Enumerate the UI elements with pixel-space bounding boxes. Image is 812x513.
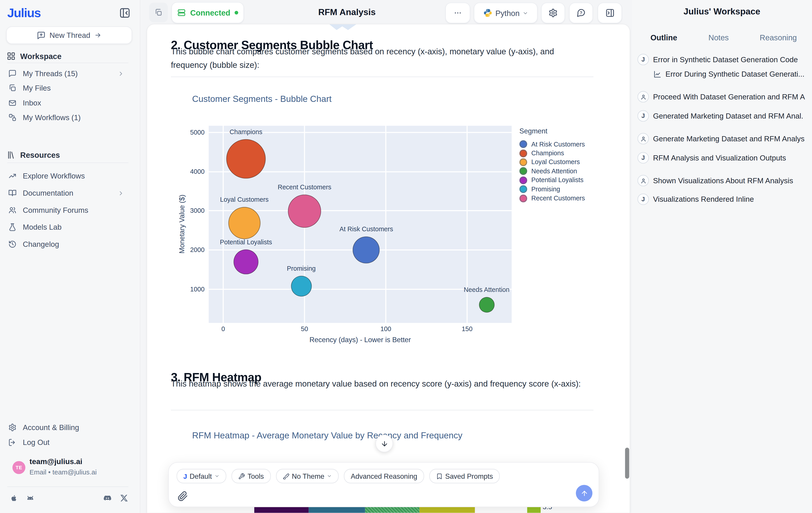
legend-entry-needs-attention[interactable]: Needs Attention	[519, 167, 585, 176]
workspace-subitem[interactable]: Error During Synthetic Dataset Generati.…	[637, 68, 812, 80]
bubble-label: Recent Customers	[278, 184, 331, 191]
workspace-item[interactable]: Generate Marketing Dataset and RFM Analy…	[637, 133, 812, 145]
paperclip-icon[interactable]	[178, 491, 188, 502]
workspace-item[interactable]: JVisualizations Rendered Inline	[637, 193, 812, 205]
bubble-label: Champions	[230, 128, 262, 135]
sidebar-item-my-threads-15[interactable]: My Threads (15)	[8, 67, 130, 80]
sidebar-item-changelog[interactable]: Changelog	[8, 238, 130, 251]
new-thread-button[interactable]: New Thread	[6, 26, 132, 44]
scroll-to-bottom-button[interactable]	[376, 435, 393, 452]
settings-button[interactable]	[541, 2, 565, 23]
sidebar-section-resources: Resources	[7, 149, 60, 160]
copy-thread-button[interactable]	[149, 2, 168, 22]
section-desc-heatmap: This heatmap shows the average monetary …	[171, 377, 585, 391]
workspace-item[interactable]: Shown Visualizations About RFM Analysis	[637, 175, 812, 186]
divider	[7, 63, 128, 63]
gear-icon	[8, 423, 17, 432]
chevron-right-icon	[117, 70, 124, 77]
composer-pill-default[interactable]: JDefault	[177, 469, 226, 483]
copy-icon	[154, 8, 163, 17]
sidebar-item-my-workflows-1[interactable]: My Workflows (1)	[8, 111, 130, 124]
composer-pill-advanced-reasoning[interactable]: Advanced Reasoning	[344, 469, 424, 483]
panel-left-collapse-icon[interactable]	[119, 7, 130, 19]
arrow-right-icon	[94, 32, 102, 39]
new-thread-label: New Thread	[50, 31, 90, 39]
tab-notes[interactable]: Notes	[708, 33, 729, 42]
panel-right-toggle-button[interactable]	[598, 2, 622, 23]
arrow-up-icon	[580, 489, 588, 497]
julius-j-icon: J	[183, 472, 187, 480]
legend-title: Segment	[519, 127, 585, 135]
divider	[171, 410, 593, 410]
legend-marker	[519, 141, 527, 148]
status-dot	[234, 11, 238, 14]
trend-icon	[8, 172, 17, 180]
composer-pill-tools[interactable]: Tools	[231, 469, 270, 483]
grid-icon	[7, 51, 16, 60]
legend-entry-promising[interactable]: Promising	[519, 185, 585, 194]
copy-icon	[8, 84, 17, 92]
wrench-icon	[238, 473, 245, 479]
workspace-item[interactable]: JGenerated Marketing Dataset and RFM Ana…	[637, 110, 812, 122]
composer-options: JDefaultToolsNo ThemeAdvanced ReasoningS…	[177, 469, 500, 483]
chevron-down-icon	[214, 474, 220, 479]
composer-pill-saved-prompts[interactable]: Saved Prompts	[429, 469, 500, 483]
workspace-panel: Julius' Workspace OutlineNotesReasoning …	[632, 0, 812, 513]
sidebar-item-models-lab[interactable]: Models Lab	[8, 220, 130, 234]
composer-pill-no-theme[interactable]: No Theme	[276, 469, 339, 483]
user-avatar	[637, 175, 649, 186]
x-tick-label: 0	[222, 326, 225, 333]
legend-marker	[519, 176, 527, 184]
apple-icon[interactable]	[9, 493, 18, 503]
bubble-label: Promising	[287, 265, 316, 272]
help-button[interactable]: ?	[569, 2, 593, 23]
bubble-promising	[291, 276, 312, 296]
ellipsis-icon	[454, 9, 462, 17]
heatmap-title: RFM Heatmap - Average Monetary Value by …	[192, 430, 462, 441]
workspace-item[interactable]: JError in Synthetic Dataset Generation C…	[637, 54, 812, 65]
legend-entry-at-risk-customers[interactable]: At Risk Customers	[519, 140, 585, 149]
bubble-at-risk-customers	[353, 236, 380, 263]
legend-entry-champions[interactable]: Champions	[519, 149, 585, 158]
sidebar-item-documentation[interactable]: Documentation	[8, 186, 130, 200]
legend-entry-potential-loyalists[interactable]: Potential Loyalists	[519, 176, 585, 185]
legend-marker	[519, 185, 527, 193]
chevron-down-icon	[523, 10, 528, 16]
bubble-label: At Risk Customers	[340, 225, 393, 233]
chat-icon	[8, 69, 17, 78]
legend-marker	[519, 194, 527, 202]
sidebar-item-community-forums[interactable]: Community Forums	[8, 203, 130, 217]
profile[interactable]: TE team@julius.ai Email • team@julius.ai	[8, 457, 132, 479]
notebook-content: 2. Customer Segments Bubble Chart This b…	[147, 24, 630, 513]
discord-icon[interactable]	[103, 493, 112, 503]
y-tick-label: 1000	[184, 285, 205, 293]
chat-composer[interactable]: JDefaultToolsNo ThemeAdvanced ReasoningS…	[168, 462, 599, 507]
y-tick-label: 4000	[184, 168, 205, 175]
legend-entry-recent-customers[interactable]: Recent Customers	[519, 193, 585, 203]
legend-entry-loyal-customers[interactable]: Loyal Customers	[519, 158, 585, 167]
sidebar-item-explore-workflows[interactable]: Explore Workflows	[8, 169, 130, 183]
send-button[interactable]	[576, 485, 592, 501]
workspace-item[interactable]: Proceed With Dataset Generation and RFM …	[637, 91, 812, 102]
kernel-select[interactable]: Python	[474, 2, 538, 23]
chevron-right-icon	[117, 189, 124, 196]
logout-icon	[8, 439, 17, 447]
sidebar-item-inbox[interactable]: Inbox	[8, 96, 130, 110]
sidebar-item-account-billing[interactable]: Account & Billing	[8, 421, 130, 434]
workspace-item[interactable]: JRFM Analysis and Visualization Outputs	[637, 152, 812, 163]
scrollbar-thumb[interactable]	[625, 448, 629, 479]
page-title: RFM Analysis	[290, 7, 404, 18]
xlogo-icon[interactable]	[120, 493, 128, 503]
arrow-down-icon	[380, 440, 388, 447]
android-icon[interactable]	[26, 493, 35, 503]
tab-outline[interactable]: Outline	[650, 33, 677, 42]
section-desc-bubble-chart: This bubble chart compares customer segm…	[171, 45, 585, 72]
chart-legend: Segment At Risk CustomersChampionsLoyal …	[519, 127, 585, 203]
sidebar-item-my-files[interactable]: My Files	[8, 81, 130, 95]
message-plus-icon	[36, 31, 45, 40]
connected-status-badge[interactable]: Connected	[171, 2, 244, 23]
sidebar-item-log-out[interactable]: Log Out	[8, 436, 130, 449]
tab-reasoning[interactable]: Reasoning	[760, 33, 797, 42]
bubble-label: Potential Loyalists	[220, 239, 272, 246]
more-options-button[interactable]	[445, 2, 470, 23]
